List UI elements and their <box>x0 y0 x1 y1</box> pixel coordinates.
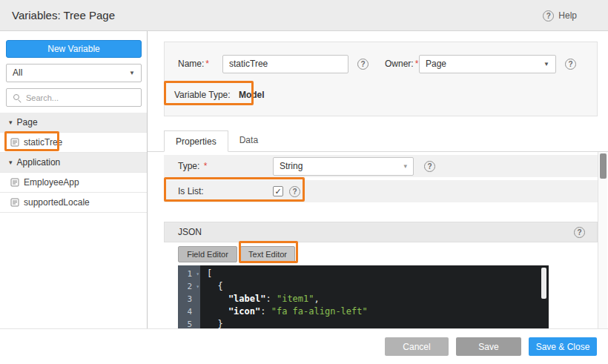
check-icon: ✓ <box>274 187 281 196</box>
tab-data[interactable]: Data <box>228 130 269 151</box>
line-number: 5 <box>187 320 192 328</box>
variable-type-row: Variable Type: Model <box>174 88 597 102</box>
field-editor-button[interactable]: Field Editor <box>178 246 237 262</box>
variable-tree: ▾ Page staticTree ▾ Application Employee… <box>0 113 147 213</box>
tree-item-label: EmployeeApp <box>24 177 79 188</box>
json-section-header: JSON ? <box>164 222 598 242</box>
cancel-button[interactable]: Cancel <box>385 337 449 356</box>
type-value: String <box>280 161 303 171</box>
variable-icon <box>10 178 19 187</box>
variable-summary-panel: Name:* ? Owner:* Page ▼ ? Variable Type:… <box>164 42 598 116</box>
content-scrollbar-thumb[interactable] <box>600 153 607 179</box>
caret-down-icon: ▼ <box>129 64 135 82</box>
tree-group-application[interactable]: ▾ Application <box>0 153 147 173</box>
variable-icon <box>10 198 19 207</box>
fold-caret-icon[interactable]: ▾ <box>196 268 199 280</box>
name-help-icon[interactable]: ? <box>357 59 369 70</box>
search-input[interactable] <box>7 89 141 106</box>
text-editor-button[interactable]: Text Editor <box>240 246 295 262</box>
tree-item-statictree[interactable]: staticTree <box>0 133 147 153</box>
line-number: 4 <box>187 307 192 317</box>
owner-help-icon[interactable]: ? <box>565 59 576 70</box>
is-list-row: Is List: ✓ ? <box>164 180 598 202</box>
json-code-editor[interactable]: 1▾ [ 2▾ { 3 "label": "item1", 4 "icon": … <box>178 265 549 328</box>
type-select[interactable]: String ▾ <box>273 157 414 176</box>
editor-scrollbar-thumb[interactable] <box>541 268 546 299</box>
json-section-title: JSON <box>178 227 202 237</box>
search-icon <box>13 94 19 100</box>
main-panel: Name:* ? Owner:* Page ▼ ? Variable Type:… <box>148 31 608 328</box>
sidebar: New Variable All ▼ ▾ Page staticTree ▾ A… <box>0 31 148 328</box>
tab-bar: Properties Data <box>148 130 608 152</box>
group-caret-icon: ▾ <box>9 119 13 126</box>
line-number: 1 <box>187 269 192 279</box>
json-help-icon[interactable]: ? <box>574 227 585 238</box>
code-line: 3 "label": "item1", <box>178 293 549 305</box>
footer: Cancel Save Save & Close <box>0 328 608 364</box>
save-close-button[interactable]: Save & Close <box>529 337 597 356</box>
is-list-checkbox[interactable]: ✓ <box>273 186 283 196</box>
type-label: Type: * <box>178 161 273 171</box>
code-line: 2▾ { <box>178 280 549 293</box>
name-owner-row: Name:* ? Owner:* Page ▼ ? <box>178 54 597 73</box>
line-number: 2 <box>187 282 192 291</box>
filter-value: All <box>13 67 22 78</box>
tree-item-label: supportedLocale <box>24 197 90 208</box>
help-button[interactable]: ? Help <box>543 0 577 31</box>
code-line: 5 } <box>178 318 549 328</box>
owner-value: Page <box>426 59 446 69</box>
tree-group-page[interactable]: ▾ Page <box>0 113 147 133</box>
required-asterisk: * <box>415 59 419 69</box>
is-list-help-icon[interactable]: ? <box>289 186 300 197</box>
is-list-label: Is List: <box>178 186 273 196</box>
required-asterisk: * <box>205 59 209 69</box>
search-box <box>6 88 142 107</box>
tree-group-label: Page <box>17 117 38 128</box>
required-asterisk: * <box>204 161 208 171</box>
tab-properties[interactable]: Properties <box>164 130 228 152</box>
help-label: Help <box>558 10 577 21</box>
tree-group-label: Application <box>17 157 61 168</box>
page-title: Variables: Tree Page <box>12 0 115 31</box>
caret-down-icon: ▼ <box>543 56 549 73</box>
code-line: 4 "icon": "fa fa-align-left" <box>178 305 549 318</box>
new-variable-button[interactable]: New Variable <box>6 40 142 58</box>
name-input[interactable] <box>222 55 348 73</box>
code-line: 1▾ [ <box>178 268 549 280</box>
editor-toolbar: Field Editor Text Editor <box>178 246 295 262</box>
variable-filter-select[interactable]: All ▼ <box>6 64 142 82</box>
save-button[interactable]: Save <box>456 337 521 356</box>
tree-item-supportedlocale[interactable]: supportedLocale <box>0 193 147 213</box>
content-scrollbar[interactable] <box>598 152 607 328</box>
header: Variables: Tree Page ? Help <box>0 0 608 31</box>
owner-select[interactable]: Page ▼ <box>419 55 556 73</box>
tree-item-label: staticTree <box>24 137 62 148</box>
variable-type-label: Variable Type: <box>174 90 231 100</box>
group-caret-icon: ▾ <box>9 159 13 166</box>
variable-type-value: Model <box>239 90 265 100</box>
type-help-icon[interactable]: ? <box>424 161 435 172</box>
variables-dialog: Variables: Tree Page ? Help New Variable… <box>0 0 608 364</box>
owner-label: Owner:* <box>385 59 419 69</box>
line-number: 3 <box>187 294 192 304</box>
type-row: Type: * String ▾ ? <box>164 155 598 177</box>
fold-caret-icon[interactable]: ▾ <box>196 280 199 293</box>
variable-icon <box>10 138 19 147</box>
chevron-down-icon: ▾ <box>403 158 407 175</box>
help-icon[interactable]: ? <box>543 10 554 21</box>
name-label: Name:* <box>178 59 222 69</box>
tree-item-employeeapp[interactable]: EmployeeApp <box>0 173 147 193</box>
